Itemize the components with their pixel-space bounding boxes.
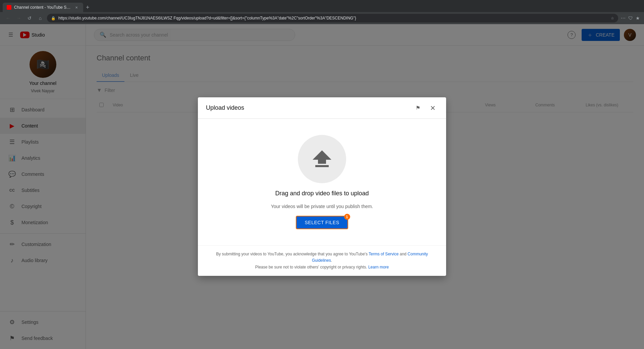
- address-bar-actions: ☆: [611, 16, 614, 20]
- terms-of-service-link[interactable]: Terms of Service: [369, 252, 398, 256]
- footer-period: .: [331, 258, 332, 263]
- browser-toolbar: ← → ↺ ⌂ 🔒 https://studio.youtube.com/cha…: [0, 12, 644, 24]
- flag-icon: ⚑: [416, 105, 420, 111]
- tab-close-button[interactable]: ✕: [74, 5, 79, 10]
- url-text: https://studio.youtube.com/channel/UC3Iu…: [58, 16, 608, 20]
- modal-title: Upload videos: [206, 104, 413, 111]
- tab-title: Channel content - YouTube Stu...: [14, 5, 71, 10]
- footer-and: and: [398, 252, 408, 256]
- bookmark-star-icon[interactable]: ☆: [611, 16, 614, 20]
- address-bar[interactable]: 🔒 https://studio.youtube.com/channel/UC3…: [47, 14, 618, 22]
- upload-drag-text: Drag and drop video files to upload: [275, 190, 369, 197]
- svg-rect-1: [315, 165, 329, 167]
- upload-svg-icon: [311, 150, 333, 168]
- security-icon: 🔒: [51, 16, 56, 20]
- upload-modal: Upload videos ⚑ ✕ Drag and drop: [198, 97, 446, 276]
- shield-icon[interactable]: 🛡: [628, 15, 633, 21]
- back-button[interactable]: ←: [4, 14, 12, 22]
- forward-button[interactable]: →: [15, 14, 23, 22]
- footer-line1: By submitting your videos to YouTube, yo…: [206, 251, 438, 264]
- star-icon[interactable]: ★: [636, 15, 640, 21]
- browser-toolbar-icons: ⋯ 🛡 ★: [621, 15, 640, 21]
- upload-arrow-graphic: [311, 150, 333, 168]
- browser-chrome: Channel content - YouTube Stu... ✕ + ← →…: [0, 0, 644, 24]
- extensions-icon[interactable]: ⋯: [621, 15, 626, 21]
- modal-body: Drag and drop video files to upload Your…: [198, 119, 446, 245]
- modal-footer: By submitting your videos to YouTube, yo…: [198, 245, 446, 276]
- modal-header: Upload videos ⚑ ✕: [198, 97, 446, 119]
- select-files-button[interactable]: SELECT FILES 1: [296, 216, 348, 229]
- close-icon: ✕: [430, 104, 436, 112]
- home-button[interactable]: ⌂: [36, 14, 44, 22]
- footer-line2-prefix: Please be sure not to violate others' co…: [255, 265, 368, 269]
- active-tab[interactable]: Channel content - YouTube Stu... ✕: [3, 3, 83, 12]
- upload-sub-text: Your videos will be private until you pu…: [271, 204, 373, 209]
- upload-icon-circle: [298, 135, 346, 183]
- browser-tabs: Channel content - YouTube Stu... ✕ +: [0, 0, 644, 12]
- modal-header-icons: ⚑ ✕: [413, 103, 438, 113]
- footer-prefix: By submitting your videos to YouTube, yo…: [216, 252, 369, 256]
- modal-close-button[interactable]: ✕: [427, 103, 438, 113]
- footer-line2: Please be sure not to violate others' co…: [206, 264, 438, 270]
- refresh-button[interactable]: ↺: [25, 14, 34, 22]
- learn-more-link[interactable]: Learn more: [368, 265, 389, 269]
- svg-marker-0: [313, 150, 331, 164]
- modal-flag-button[interactable]: ⚑: [413, 103, 423, 113]
- modal-overlay: Upload videos ⚑ ✕ Drag and drop: [0, 24, 644, 349]
- tab-favicon: [7, 5, 11, 10]
- select-files-label: SELECT FILES: [305, 220, 339, 225]
- notification-badge: 1: [344, 214, 350, 220]
- new-tab-button[interactable]: +: [83, 3, 92, 12]
